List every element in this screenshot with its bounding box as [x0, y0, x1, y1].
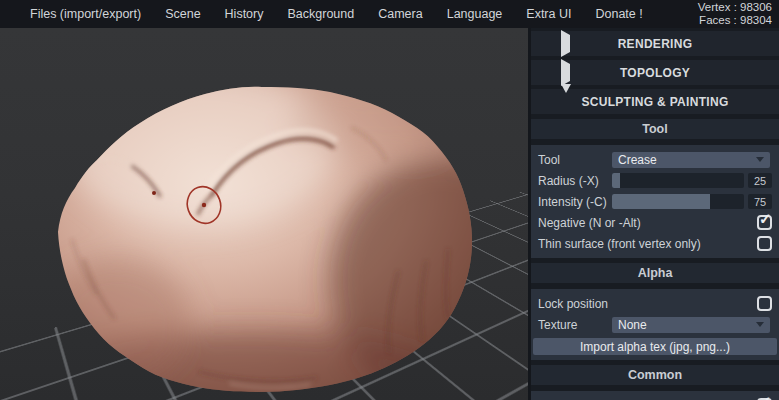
- intensity-label: Intensity (-C): [538, 195, 612, 209]
- menu-history[interactable]: History: [225, 7, 264, 21]
- thin-surface-label: Thin surface (front vertex only): [538, 237, 701, 251]
- menu-donate[interactable]: Donate !: [595, 7, 642, 21]
- intensity-row: Intensity (-C) 75: [531, 191, 779, 212]
- symmetry-brush-dot: [152, 191, 156, 195]
- intensity-slider-fill: [612, 194, 710, 209]
- chevron-right-icon: [561, 64, 570, 82]
- alpha-rows: Lock position Texture None Import alpha …: [531, 289, 779, 360]
- tool-select[interactable]: Crease: [612, 152, 770, 168]
- menubar: Files (import/export) Scene History Back…: [0, 0, 779, 28]
- mesh-stats: Vertex : 98306 Faces : 98304: [698, 1, 772, 27]
- menu-extra-ui[interactable]: Extra UI: [526, 7, 571, 21]
- menu-scene[interactable]: Scene: [165, 7, 200, 21]
- section-common-header: Common: [531, 365, 779, 385]
- thin-surface-checkbox[interactable]: [757, 236, 772, 251]
- menu-items: Files (import/export) Scene History Back…: [30, 7, 643, 21]
- common-rows: Symmetry: [531, 391, 779, 400]
- menu-language[interactable]: Language: [447, 7, 503, 21]
- panel-sculpting-painting[interactable]: SCULPTING & PAINTING: [531, 89, 779, 114]
- panel-rendering[interactable]: RENDERING: [531, 31, 779, 56]
- lock-position-row: Lock position: [531, 293, 779, 314]
- thin-surface-row: Thin surface (front vertex only): [531, 233, 779, 254]
- texture-row: Texture None: [531, 314, 779, 335]
- sidebar: RENDERING TOPOLOGY SCULPTING & PAINTING …: [528, 28, 779, 400]
- symmetry-row: Symmetry: [531, 395, 779, 400]
- lock-position-checkbox[interactable]: [757, 296, 772, 311]
- faces-count: Faces : 98304: [698, 14, 772, 27]
- viewport-canvas[interactable]: [0, 28, 528, 400]
- section-alpha-header: Alpha: [531, 263, 779, 283]
- menu-camera[interactable]: Camera: [378, 7, 422, 21]
- tool-rows: Tool Crease Radius (-X) 25 Intensity (-C…: [531, 145, 779, 258]
- menu-files[interactable]: Files (import/export): [30, 7, 141, 21]
- chevron-down-icon: [756, 322, 764, 327]
- chevron-down-icon: [561, 93, 571, 111]
- tool-label: Tool: [538, 153, 612, 167]
- vertex-count: Vertex : 98306: [698, 1, 772, 14]
- tool-select-value: Crease: [618, 153, 657, 167]
- chevron-down-icon: [756, 157, 764, 162]
- radius-value: 25: [748, 173, 772, 188]
- lock-position-label: Lock position: [538, 297, 608, 311]
- negative-label: Negative (N or -Alt): [538, 216, 641, 230]
- radius-label: Radius (-X): [538, 174, 612, 188]
- sculpted-head-render: [0, 28, 528, 400]
- radius-slider-fill: [612, 173, 620, 188]
- section-tool-header: Tool: [531, 119, 779, 139]
- intensity-value: 75: [748, 194, 772, 209]
- texture-select[interactable]: None: [612, 317, 770, 333]
- negative-checkbox[interactable]: [757, 215, 772, 230]
- radius-slider[interactable]: [612, 173, 744, 188]
- radius-row: Radius (-X) 25: [531, 170, 779, 191]
- menu-background[interactable]: Background: [288, 7, 355, 21]
- texture-select-value: None: [618, 318, 647, 332]
- negative-row: Negative (N or -Alt): [531, 212, 779, 233]
- texture-label: Texture: [538, 318, 612, 332]
- chevron-right-icon: [561, 35, 570, 53]
- panel-topology[interactable]: TOPOLOGY: [531, 60, 779, 85]
- import-alpha-button[interactable]: Import alpha tex (jpg, png...): [533, 338, 777, 355]
- tool-row: Tool Crease: [531, 149, 779, 170]
- intensity-slider[interactable]: [612, 194, 744, 209]
